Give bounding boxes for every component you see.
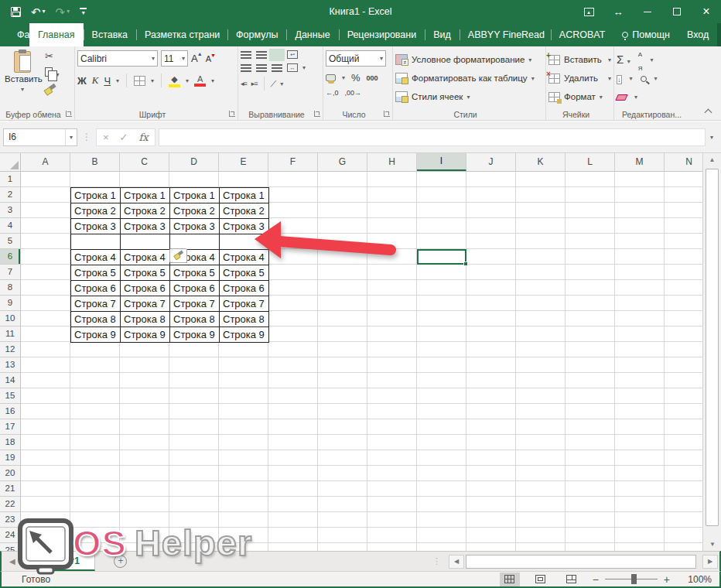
column-header-F[interactable]: F (268, 153, 318, 171)
redo-button[interactable]: ↷▾ (56, 6, 70, 18)
name-box[interactable]: I6 ▾ (3, 128, 77, 146)
fill-color-button[interactable]: ◆ (169, 74, 180, 87)
font-size-combo[interactable]: 11▾ (161, 50, 188, 67)
decrease-indent-icon[interactable]: ◂≡ (241, 80, 247, 87)
collapse-ribbon-button[interactable] (697, 46, 719, 120)
table-cell-D10[interactable]: Строка 8 (170, 312, 220, 327)
table-cell-D4[interactable]: Строка 3 (170, 219, 220, 234)
confirm-entry-icon[interactable]: ✓ (120, 132, 128, 143)
table-cell-C3[interactable]: Строка 2 (121, 203, 170, 219)
increase-font-button[interactable]: A▲ (191, 53, 203, 64)
column-header-E[interactable]: E (219, 153, 268, 171)
font-name-combo[interactable]: Calibri▾ (77, 50, 158, 67)
fill-handle[interactable] (463, 262, 468, 266)
conditional-formatting-button[interactable]: Условное форматирование▾ (395, 50, 543, 69)
maximize-button[interactable] (662, 0, 692, 23)
sign-in-link[interactable]: Вход (678, 23, 717, 46)
table-cell-D5[interactable] (170, 234, 220, 250)
align-center-icon[interactable] (256, 64, 267, 72)
row-header-19[interactable]: 19 (0, 450, 20, 466)
cut-button[interactable]: ✂ (45, 51, 53, 61)
column-header-M[interactable]: M (615, 153, 665, 171)
name-box-caret-icon[interactable]: ▾ (65, 129, 77, 145)
column-header-L[interactable]: L (566, 153, 615, 171)
expand-formula-bar-icon[interactable]: ▾ (706, 134, 718, 141)
normal-view-button[interactable] (500, 573, 520, 586)
next-sheet-icon[interactable]: ▶ (23, 557, 29, 566)
selected-cell-I6[interactable] (417, 249, 466, 265)
prev-sheet-icon[interactable]: ◀ (9, 557, 15, 566)
row-header-15[interactable]: 15 (0, 388, 20, 404)
tab-Рецензировани[interactable]: Рецензировани (339, 23, 425, 46)
table-cell-C4[interactable]: Строка 3 (121, 219, 170, 234)
table-cell-B11[interactable]: Строка 9 (71, 327, 121, 343)
align-bottom-icon[interactable] (272, 51, 282, 59)
table-cell-D9[interactable]: Строка 7 (170, 296, 220, 312)
increase-decimal-button[interactable]: ←,0 (326, 89, 339, 97)
row-header-23[interactable]: 23 (0, 512, 20, 528)
italic-button[interactable]: К (92, 74, 99, 87)
table-cell-B8[interactable]: Строка 6 (71, 281, 121, 296)
percent-style-button[interactable]: % (351, 72, 360, 84)
clipboard-dialog-launcher-icon[interactable] (66, 111, 72, 117)
table-cell-E9[interactable]: Строка 7 (220, 296, 269, 312)
vertical-scroll-thumb[interactable] (706, 169, 719, 526)
zoom-slider[interactable] (605, 579, 658, 579)
table-cell-E2[interactable]: Строка 1 (220, 188, 269, 203)
formula-bar-handle[interactable]: ⋮ (77, 132, 96, 142)
accounting-format-icon[interactable] (326, 74, 336, 81)
table-cell-C10[interactable]: Строка 8 (121, 312, 170, 327)
table-cell-C9[interactable]: Строка 7 (121, 296, 170, 312)
table-cell-B4[interactable]: Строка 3 (71, 219, 121, 234)
table-cell-D11[interactable]: Строка 9 (170, 327, 220, 343)
autosum-button[interactable]: Σ ▾ (617, 53, 630, 67)
align-middle-icon[interactable] (256, 51, 267, 59)
row-header-16[interactable]: 16 (0, 404, 20, 419)
table-cell-E3[interactable]: Строка 2 (220, 203, 269, 219)
increase-indent-icon[interactable]: ▸≡ (251, 80, 258, 87)
sheet-tab-list1[interactable]: Лист1 (36, 552, 95, 571)
format-as-table-button[interactable]: Форматировать как таблицу▾ (395, 69, 543, 87)
share-button[interactable]: Общий доступ (717, 23, 721, 46)
clear-button[interactable] (617, 90, 627, 104)
cancel-entry-icon[interactable]: × (103, 132, 109, 143)
row-header-5[interactable]: 5 (0, 234, 20, 249)
row-header-12[interactable]: 12 (0, 342, 20, 357)
table-cell-B9[interactable]: Строка 7 (71, 296, 121, 312)
table-cell-E6[interactable]: Строка 4 (220, 250, 269, 265)
column-header-A[interactable]: A (21, 153, 70, 171)
table-cell-E10[interactable]: Строка 8 (220, 312, 269, 327)
row-header-7[interactable]: 7 (0, 265, 20, 280)
table-cell-C2[interactable]: Строка 1 (121, 188, 170, 203)
tab-Вставка[interactable]: Вставка (84, 23, 136, 46)
table-cell-E8[interactable]: Строка 6 (220, 281, 269, 296)
scroll-down-icon[interactable]: ▼ (703, 538, 721, 551)
row-header-24[interactable]: 24 (0, 528, 20, 543)
font-dialog-launcher-icon[interactable] (229, 111, 235, 117)
close-button[interactable]: × (692, 0, 721, 23)
table-cell-E7[interactable]: Строка 5 (220, 265, 269, 281)
number-dialog-launcher-icon[interactable] (384, 111, 390, 117)
row-header-21[interactable]: 21 (0, 481, 20, 497)
zoom-level[interactable]: 100% (681, 574, 712, 585)
table-cell-B3[interactable]: Строка 2 (71, 203, 121, 219)
table-cell-C5[interactable] (121, 234, 170, 250)
zoom-out-button[interactable]: − (593, 573, 599, 586)
row-header-1[interactable]: 1 (0, 172, 20, 187)
format-cells-button[interactable]: Формат▾ (548, 87, 611, 106)
sort-filter-button[interactable]: АЯ (638, 46, 643, 74)
align-left-icon[interactable] (241, 64, 251, 72)
page-break-view-button[interactable] (562, 573, 582, 586)
table-cell-C11[interactable]: Строка 9 (121, 327, 170, 343)
copy-button[interactable]: ▾ (45, 66, 59, 80)
table-cell-D8[interactable]: Строка 6 (170, 281, 220, 296)
row-header-13[interactable]: 13 (0, 357, 20, 373)
column-header-H[interactable]: H (367, 153, 417, 171)
row-header-8[interactable]: 8 (0, 280, 20, 296)
alignment-dialog-launcher-icon[interactable] (314, 111, 320, 117)
tab-scroll-split-handle[interactable]: ⋮ (432, 556, 449, 566)
tab-Разметка страни[interactable]: Разметка страни (136, 23, 227, 46)
insert-cells-button[interactable]: Вставить▾ (548, 50, 611, 69)
tab-Формулы[interactable]: Формулы (227, 23, 286, 46)
customize-qat-button[interactable]: ▾ (80, 8, 87, 16)
